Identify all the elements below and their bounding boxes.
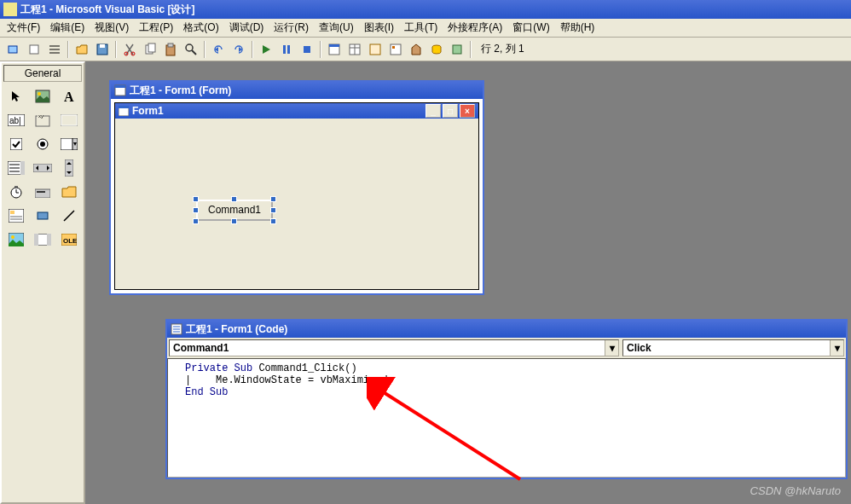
add-form-button[interactable] [25, 40, 43, 59]
break-button[interactable] [277, 40, 296, 59]
code-editor[interactable]: Private Sub Command1_Click() | Me.Window… [167, 358, 846, 478]
code-icon [171, 323, 182, 335]
svg-rect-53 [14, 186, 18, 188]
menu-file[interactable]: 文件(F) [2, 19, 45, 37]
svg-rect-24 [391, 44, 401, 55]
form-caption: Form1 [132, 105, 164, 117]
start-button[interactable] [257, 40, 275, 59]
undo-button[interactable] [209, 40, 228, 59]
tool-data[interactable] [30, 229, 55, 251]
svg-rect-70 [115, 85, 125, 88]
tool-optionbutton[interactable] [30, 133, 55, 155]
svg-point-63 [11, 235, 14, 239]
tool-shape[interactable] [30, 205, 55, 227]
toolbar: 行 2, 列 1 [0, 38, 851, 61]
svg-rect-15 [283, 45, 286, 54]
tool-ole[interactable]: OLE [57, 229, 82, 251]
svg-rect-27 [453, 45, 461, 54]
watermark: CSDN @hkNaruto [750, 484, 841, 497]
menu-addins[interactable]: 外接程序(A) [443, 19, 507, 37]
tool-image[interactable] [3, 229, 28, 251]
tool-combobox[interactable] [57, 133, 82, 155]
menu-window[interactable]: 窗口(W) [507, 19, 554, 37]
svg-rect-16 [287, 45, 290, 54]
tool-label[interactable]: A [57, 85, 82, 107]
designer-titlebar[interactable]: 工程1 - Form1 (Form) [111, 82, 483, 99]
menu-editor-button[interactable] [45, 40, 64, 59]
svg-rect-25 [392, 46, 395, 49]
properties-button[interactable] [345, 40, 364, 59]
svg-rect-54 [35, 189, 50, 198]
svg-rect-57 [10, 211, 14, 214]
svg-text:ab|: ab| [9, 116, 21, 125]
cursor-position: 行 2, 列 1 [481, 42, 524, 56]
object-combo-value: Command1 [173, 342, 229, 354]
tool-picturebox[interactable] [30, 85, 55, 107]
svg-point-13 [186, 44, 193, 51]
code-title: 工程1 - Form1 (Code) [186, 322, 287, 337]
menu-debug[interactable]: 调试(D) [224, 19, 269, 37]
tool-listbox[interactable] [3, 157, 28, 179]
menu-query[interactable]: 查询(U) [314, 19, 359, 37]
menu-help[interactable]: 帮助(H) [555, 19, 600, 37]
add-project-button[interactable] [4, 40, 23, 59]
svg-rect-60 [38, 212, 48, 219]
procedure-combo-value: Click [627, 342, 651, 354]
svg-rect-17 [304, 46, 310, 53]
code-titlebar[interactable]: 工程1 - Form1 (Code) [167, 321, 846, 338]
menu-run[interactable]: 运行(R) [269, 19, 314, 37]
cut-button[interactable] [120, 40, 139, 59]
designer-title: 工程1 - Form1 (Form) [130, 84, 231, 98]
copy-button[interactable] [141, 40, 159, 59]
redo-button[interactable] [229, 40, 248, 59]
form-icon [119, 106, 129, 116]
tool-filelistbox[interactable] [3, 205, 28, 227]
svg-rect-72 [119, 106, 129, 108]
menu-format[interactable]: 格式(O) [178, 19, 223, 37]
component-button[interactable] [448, 40, 466, 59]
menu-chart[interactable]: 图表(I) [359, 19, 399, 37]
menu-edit[interactable]: 编辑(E) [45, 19, 90, 37]
data-view-button[interactable] [427, 40, 446, 59]
tool-line[interactable] [57, 205, 82, 227]
object-combo[interactable]: Command1 ▾ [169, 339, 619, 356]
svg-rect-38 [10, 138, 22, 150]
tool-pointer[interactable] [3, 85, 28, 107]
menu-tools[interactable]: 工具(T) [399, 19, 443, 37]
find-button[interactable] [182, 40, 200, 59]
toolbox-button[interactable] [407, 40, 426, 59]
chevron-down-icon: ▾ [605, 340, 618, 356]
svg-rect-66 [47, 234, 51, 246]
paste-button[interactable] [161, 40, 180, 59]
toolbox-title: General [3, 65, 82, 82]
form-layout-button[interactable] [366, 40, 385, 59]
tool-frame[interactable]: xy [30, 109, 55, 131]
code-window[interactable]: 工程1 - Form1 (Code) Command1 ▾ Click ▾ Pr… [165, 319, 848, 479]
menu-project[interactable]: 工程(P) [134, 19, 178, 37]
tool-textbox[interactable]: ab| [3, 109, 28, 131]
form-minimize-button[interactable]: _ [426, 104, 441, 118]
open-button[interactable] [72, 40, 91, 59]
tool-drivelistbox[interactable] [30, 181, 55, 203]
svg-rect-12 [168, 43, 173, 47]
save-button[interactable] [93, 40, 112, 59]
tool-timer[interactable] [3, 181, 28, 203]
svg-rect-1 [30, 45, 38, 54]
menu-view[interactable]: 视图(V) [90, 19, 134, 37]
object-browser-button[interactable] [386, 40, 405, 59]
project-explorer-button[interactable] [325, 40, 344, 59]
menubar: 文件(F) 编辑(E) 视图(V) 工程(P) 格式(O) 调试(D) 运行(R… [0, 19, 851, 38]
form-close-button[interactable]: × [460, 104, 475, 118]
form-design-surface[interactable]: Command1 [115, 119, 478, 289]
form-maximize-button[interactable]: □ [443, 104, 458, 118]
end-button[interactable] [298, 40, 316, 59]
svg-text:xy: xy [38, 113, 43, 119]
form-designer-window[interactable]: 工程1 - Form1 (Form) Form1 _ □ × [109, 80, 484, 295]
tool-commandbutton[interactable] [57, 109, 82, 131]
tool-dirlistbox[interactable] [57, 181, 82, 203]
tool-checkbox[interactable] [3, 133, 28, 155]
procedure-combo[interactable]: Click ▾ [622, 339, 844, 356]
svg-text:OLE: OLE [63, 237, 77, 245]
tool-vscroll[interactable] [57, 157, 82, 179]
tool-hscroll[interactable] [30, 157, 55, 179]
